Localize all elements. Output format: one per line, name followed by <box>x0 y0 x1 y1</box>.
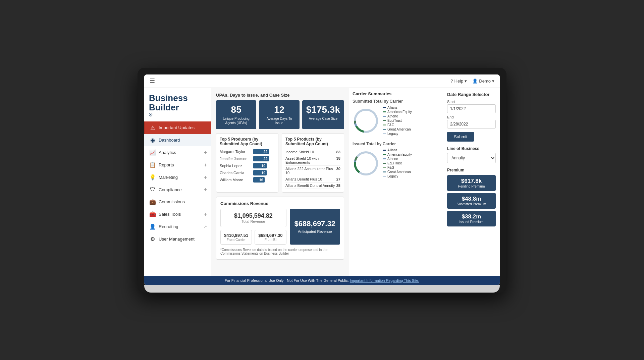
submitted-legend: Allianz American Equity Athene EquiTrust… <box>383 106 412 136</box>
avg-days-card: 12 Average Days To Issue <box>259 100 299 129</box>
brand-logo: Business Builder® <box>144 88 211 122</box>
carrier-summaries-section: Carrier Summaries Submitted Total by Car… <box>349 88 443 276</box>
producer-row: Sophia Lopez 19 <box>220 163 275 168</box>
warning-icon: ⚠ <box>149 124 156 131</box>
producer-row: Margaret Taylor 22 <box>220 149 275 154</box>
date-range-title: Date Range Selector <box>447 92 496 97</box>
upas-section-title: UPAs, Days to Issue, and Case Size <box>216 93 344 98</box>
sidebar-item-compliance[interactable]: 🛡 Compliance + <box>144 184 211 196</box>
top-products-box: Top 5 Products (by Submitted App Count) … <box>282 133 344 193</box>
recruiting-external-icon: ↗ <box>204 224 207 229</box>
demo-button[interactable]: 👤 Demo ▾ <box>472 79 494 84</box>
submitted-donut-area: Allianz American Equity Athene EquiTrust… <box>353 106 439 136</box>
demo-chevron-icon: ▾ <box>492 79 494 84</box>
commissions-title: Commissions Revenue <box>220 201 340 206</box>
footer-link[interactable]: Important Information Regarding This Sit… <box>350 278 419 282</box>
sidebar-item-dashboard[interactable]: ◉ Dashboard <box>144 134 211 146</box>
from-carrier-box: $410,897.51 From Carrier <box>220 230 252 245</box>
analytics-expand-icon: + <box>204 150 207 156</box>
issued-donut-chart <box>353 150 379 177</box>
line-of-business-select[interactable]: Annuity Life All <box>447 153 496 163</box>
analytics-icon: 📈 <box>149 149 156 156</box>
issued-total-title: Issued Total by Carrier <box>353 142 439 146</box>
submit-button[interactable]: Submit <box>447 132 474 142</box>
sidebar-item-commissions[interactable]: 💼 Commissions <box>144 196 211 208</box>
marketing-icon: 💡 <box>149 174 156 181</box>
menu-icon[interactable]: ☰ <box>150 77 155 85</box>
upas-section: UPAs, Days to Issue, and Case Size 85 Un… <box>216 93 344 129</box>
product-row: Allianz Benefit Control Annuity 25 <box>285 183 340 189</box>
dashboard-icon: ◉ <box>149 137 156 143</box>
line-of-business-label: Line of Business <box>447 146 496 151</box>
avg-case-size-card: $175.3k Average Case Size <box>302 100 344 129</box>
top-producers-title: Top 5 Producers (by Submitted App Count) <box>220 137 275 146</box>
sidebar-item-important-updates[interactable]: ⚠ Important Updates <box>144 121 211 134</box>
pending-premium-card: $617.8k Pending Premium <box>447 175 496 191</box>
end-date-label: End <box>447 115 496 119</box>
help-chevron-icon: ▾ <box>465 79 467 84</box>
product-row: Income Shield 10 83 <box>285 149 340 155</box>
top-bar: ☰ ? Help ▾ 👤 Demo ▾ <box>144 74 500 88</box>
sidebar: Business Builder® ⚠ Important Updates ◉ … <box>144 88 211 276</box>
reports-icon: 📋 <box>149 162 156 168</box>
commissions-section: Commissions Revenue $1,095,594.82 Total … <box>216 197 344 260</box>
producer-row: Jennifer Jackson 22 <box>220 156 275 161</box>
sales-tools-expand-icon: + <box>204 211 207 217</box>
recruiting-icon: 👤 <box>149 223 156 230</box>
issued-premium-card: $38.2m Issued Premium <box>447 211 496 226</box>
submitted-donut-chart <box>353 107 379 134</box>
products-list: Income Shield 10 83 Asset Shield 10 with… <box>285 149 340 189</box>
svg-point-13 <box>359 156 373 171</box>
from-bi-box: $684,697.30 From BI <box>255 230 286 245</box>
start-date-input[interactable] <box>447 104 496 113</box>
help-icon: ? <box>450 79 453 84</box>
anticipated-revenue-box: $688,697.32 Anticipated Revenue <box>290 209 340 245</box>
user-management-icon: ⚙ <box>149 236 156 242</box>
help-button[interactable]: ? Help ▾ <box>450 79 467 84</box>
producer-row: Charles Garcia 19 <box>220 170 275 175</box>
commissions-note: *Commissions Revenue data is based on th… <box>220 248 340 255</box>
issued-legend: Allianz American Equity Athene EquiTrust… <box>383 148 412 179</box>
sales-tools-icon: 🧰 <box>149 211 156 217</box>
producers-products-row: Top 5 Producers (by Submitted App Count)… <box>216 133 344 193</box>
end-date-input[interactable] <box>447 120 496 128</box>
producers-list: Margaret Taylor 22 Jennifer Jackson 22 <box>220 149 275 183</box>
total-revenue-box: $1,095,594.82 Total Revenue <box>220 209 286 227</box>
carrier-summaries-title: Carrier Summaries <box>353 91 439 96</box>
sidebar-item-sales-tools[interactable]: 🧰 Sales Tools + <box>144 208 211 220</box>
product-row: Allianz Benefit Plus 10 27 <box>285 176 340 183</box>
marketing-expand-icon: + <box>204 174 207 181</box>
sidebar-item-marketing[interactable]: 💡 Marketing + <box>144 171 211 184</box>
sidebar-item-analytics[interactable]: 📈 Analytics + <box>144 146 211 159</box>
top-products-title: Top 5 Products (by Submitted App Count) <box>285 137 340 146</box>
product-row: Asset Shield 10 with Enhancements 38 <box>285 155 340 166</box>
stat-cards-row: 85 Unique Producing Agents (UPAs) 12 Ave… <box>216 100 344 129</box>
footer: For Financial Professional Use Only - No… <box>144 276 500 285</box>
start-date-label: Start <box>447 100 496 104</box>
right-panel: Date Range Selector Start End Submit Lin… <box>443 88 500 276</box>
compliance-icon: 🛡 <box>149 187 156 193</box>
sidebar-item-reports[interactable]: 📋 Reports + <box>144 159 211 171</box>
commissions-icon: 💼 <box>149 199 156 205</box>
submitted-total-title: Submitted Total by Carrier <box>353 99 439 104</box>
issued-donut-area: Allianz American Equity Athene EquiTrust… <box>353 148 439 179</box>
upa-count-card: 85 Unique Producing Agents (UPAs) <box>216 100 256 129</box>
premium-label: Premium <box>447 168 496 172</box>
user-icon: 👤 <box>472 79 478 84</box>
svg-point-6 <box>359 113 373 128</box>
reports-expand-icon: + <box>204 162 207 168</box>
top-producers-box: Top 5 Producers (by Submitted App Count)… <box>216 133 278 193</box>
submitted-premium-card: $48.8m Submitted Premium <box>447 193 496 209</box>
commissions-top-row: $1,095,594.82 Total Revenue $410,897.51 … <box>220 209 340 245</box>
main-content: UPAs, Days to Issue, and Case Size 85 Un… <box>211 88 349 276</box>
sidebar-item-user-management[interactable]: ⚙ User Management <box>144 233 211 245</box>
sidebar-item-recruiting[interactable]: 👤 Recruiting ↗ <box>144 220 211 233</box>
product-row: Allianz 222 Accumulator Plus 10 30 <box>285 166 340 176</box>
producer-row: William Moore 16 <box>220 177 275 183</box>
compliance-expand-icon: + <box>204 187 207 193</box>
